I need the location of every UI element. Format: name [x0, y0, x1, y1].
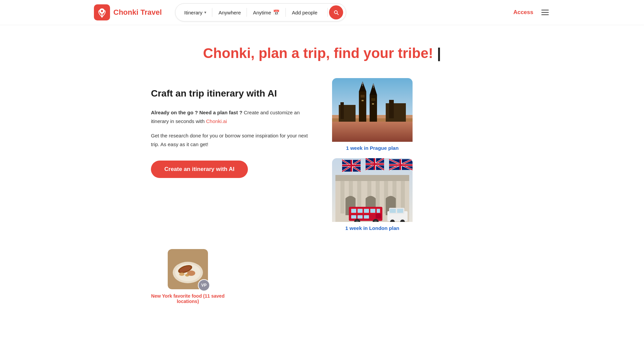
itinerary-segment[interactable]: Itinerary ▾	[178, 4, 212, 21]
logo-link[interactable]: Chonki Travel	[94, 4, 162, 20]
svg-rect-21	[362, 100, 364, 101]
svg-rect-32	[342, 165, 361, 166]
svg-rect-41	[366, 163, 384, 165]
svg-point-2	[101, 10, 103, 12]
left-panel: Craft an trip itinerary with AI Already …	[151, 78, 312, 232]
craft-desc-1: Already on the go ? Need a plan fast ? C…	[151, 108, 312, 125]
svg-rect-68	[364, 209, 369, 213]
logo-text: Chonki Travel	[113, 8, 162, 17]
menu-line-1	[541, 10, 549, 10]
svg-rect-73	[364, 215, 369, 219]
svg-point-92	[185, 274, 189, 277]
svg-rect-74	[376, 214, 381, 219]
anywhere-segment[interactable]: Anywhere	[212, 4, 247, 21]
dropdown-icon: ▾	[204, 10, 206, 15]
search-button[interactable]	[329, 5, 343, 19]
search-icon	[333, 9, 339, 15]
main-content: Craft an trip itinerary with AI Already …	[138, 78, 506, 232]
svg-rect-71	[351, 215, 356, 219]
add-people-label: Add people	[292, 10, 317, 15]
svg-rect-52	[340, 180, 344, 214]
prague-image	[332, 78, 413, 142]
hero-title-static: Chonki,	[203, 45, 255, 61]
svg-rect-20	[332, 122, 413, 142]
search-bar: Itinerary ▾ Anywhere Anytime 📅 Add peopl…	[175, 3, 346, 21]
author-badge: VP	[198, 279, 210, 291]
right-panel: 1 week in Prague plan	[332, 78, 413, 232]
anytime-label: Anytime	[253, 10, 271, 15]
food-card[interactable]: VP New York favorite food (11 saved loca…	[151, 249, 225, 304]
logo-icon	[94, 4, 110, 20]
add-people-segment[interactable]: Add people	[286, 4, 328, 21]
london-image	[332, 158, 413, 222]
anywhere-label: Anywhere	[218, 10, 241, 15]
food-card-image-wrap: VP	[168, 249, 208, 289]
itinerary-label: Itinerary	[184, 10, 202, 15]
hero-section: Chonki, plan a trip, find your tribe! |	[0, 25, 644, 68]
svg-rect-82	[397, 209, 403, 213]
craft-title: Craft an trip itinerary with AI	[151, 88, 312, 99]
header: Chonki Travel Itinerary ▾ Anywhere Anyti…	[0, 0, 644, 25]
svg-rect-66	[351, 209, 356, 213]
menu-line-3	[541, 14, 549, 15]
prague-card[interactable]: 1 week in Prague plan	[332, 78, 413, 152]
svg-rect-72	[358, 215, 363, 219]
header-right: Access	[513, 8, 550, 16]
craft-desc-2: Get the research done for you or borrow …	[151, 131, 312, 148]
london-label: 1 week in London plan	[332, 222, 413, 232]
svg-rect-22	[372, 103, 374, 105]
hero-title-colored: plan a trip, find your tribe!	[259, 45, 433, 61]
calendar-icon: 📅	[273, 9, 280, 16]
create-itinerary-button[interactable]: Create an itinerary with AI	[151, 161, 248, 178]
food-card-title: New York favorite food (11 saved locatio…	[151, 293, 225, 304]
hero-cursor: |	[437, 45, 441, 61]
anytime-segment[interactable]: Anytime 📅	[247, 4, 286, 21]
svg-rect-11	[371, 98, 375, 101]
svg-rect-70	[377, 209, 380, 213]
svg-rect-60	[335, 175, 409, 181]
svg-rect-81	[390, 209, 396, 213]
svg-point-91	[179, 273, 184, 276]
bottom-section: VP New York favorite food (11 saved loca…	[138, 249, 506, 304]
craft-desc-bold: Already on the go ? Need a plan fast ?	[151, 110, 243, 115]
access-button[interactable]: Access	[513, 9, 533, 16]
svg-rect-19	[389, 100, 394, 118]
svg-rect-50	[389, 164, 413, 166]
prague-label: 1 week in Prague plan	[332, 142, 413, 152]
svg-rect-17	[340, 102, 344, 119]
hero-title: Chonki, plan a trip, find your tribe! |	[0, 45, 644, 61]
menu-line-2	[541, 12, 549, 13]
chonki-link[interactable]: Chonki.ai	[206, 118, 227, 124]
svg-rect-69	[370, 209, 375, 213]
london-card[interactable]: 1 week in London plan	[332, 158, 413, 232]
svg-rect-67	[358, 209, 363, 213]
menu-button[interactable]	[540, 8, 550, 16]
svg-rect-8	[361, 95, 365, 98]
